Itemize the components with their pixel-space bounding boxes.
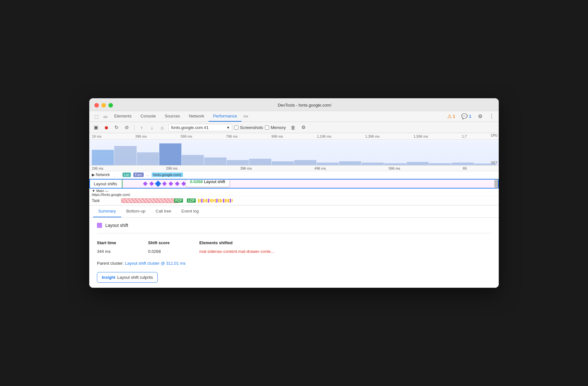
ruler2: 196 ms 296 ms 396 ms 496 ms 596 ms 69: [89, 165, 499, 171]
traffic-lights: [94, 103, 113, 108]
maximize-button[interactable]: [108, 103, 113, 108]
warning-badge[interactable]: ⚠ 1: [445, 112, 457, 121]
diamond-selected[interactable]: [156, 181, 160, 186]
inspector-icon[interactable]: ⬚: [92, 112, 101, 121]
sidebar-toggle-icon[interactable]: ▣: [92, 123, 100, 132]
memory-checkbox[interactable]: [265, 125, 269, 130]
tab-sources[interactable]: Sources: [160, 111, 185, 122]
tab-event-log[interactable]: Event log: [176, 205, 204, 217]
ruler2-marks: 196 ms 296 ms 396 ms 496 ms 596 ms 69: [92, 166, 467, 170]
diamond-6[interactable]: [181, 181, 186, 186]
tab-call-tree[interactable]: Call tree: [151, 205, 176, 217]
more-tabs-button[interactable]: >>: [242, 113, 250, 120]
diamond-3[interactable]: [162, 181, 167, 186]
yb14: [226, 199, 227, 202]
tab-network[interactable]: Network: [185, 111, 209, 122]
memory-icon[interactable]: 🗑: [289, 123, 297, 132]
main-track: FCP LCP: [121, 198, 499, 204]
mark2-496ms: 496 ms: [314, 166, 326, 170]
parent-cluster-row: Parent cluster: Layout shift cluster @ 3…: [97, 261, 491, 266]
url-selector[interactable]: fonts.google.com #1 ▾: [168, 124, 232, 131]
yb9: [215, 199, 216, 203]
mark-19ms: 19 ms: [92, 134, 101, 138]
clear-icon[interactable]: ⊘: [123, 123, 131, 132]
main-label-text: ▼ Main — https://fonts.google.com/: [92, 189, 130, 197]
close-button[interactable]: [94, 103, 99, 108]
mark2-596ms: 596 ms: [389, 166, 400, 170]
yb3: [203, 199, 204, 203]
minimize-button[interactable]: [101, 103, 106, 108]
layout-shifts-label: Layout shifts: [90, 181, 122, 186]
cpu-graph-bars: [92, 140, 496, 165]
mark-596ms: 596 ms: [181, 134, 192, 138]
diamond-5[interactable]: [175, 181, 179, 186]
purple-bar4: [223, 199, 224, 203]
event-type-label: Layout shift: [105, 223, 128, 228]
timeline-overview: 19 ms 396 ms 596 ms 796 ms 996 ms 1,196 …: [89, 133, 499, 165]
header-shift-score: Shift score: [148, 238, 199, 247]
diamond-4[interactable]: [169, 181, 173, 186]
diamond-1[interactable]: [143, 181, 147, 186]
mark2-296ms: 296 ms: [166, 166, 178, 170]
elements-shifted-link[interactable]: mat-sidenav-content.mat-drawer-conte...: [199, 249, 274, 254]
fam-badge: Fam: [133, 173, 144, 177]
diamond-2[interactable]: [149, 181, 154, 186]
tab-elements[interactable]: Elements: [110, 111, 136, 122]
tab-performance[interactable]: Performance: [209, 111, 241, 122]
lar-badge: Lar: [123, 173, 131, 177]
mark2-396ms: 396 ms: [240, 166, 252, 170]
yb7: [211, 199, 212, 203]
yb13: [225, 199, 226, 203]
insight-button[interactable]: Insight Layout shift culprits: [97, 272, 158, 283]
record-icon[interactable]: ⏺: [102, 123, 110, 132]
memory-label: Memory: [271, 125, 286, 130]
task-section: Task FCP LCP: [89, 196, 499, 205]
screenshots-checkbox[interactable]: [234, 125, 238, 130]
main-section-label: ▼ Main — https://fonts.google.com/: [89, 189, 121, 197]
network-row: ▶ Network Lar Fam ... fonts.google.com): [89, 171, 499, 178]
parent-cluster-link[interactable]: Layout shift cluster @ 311.01 ms: [125, 261, 186, 266]
memory-checkbox-label[interactable]: Memory: [265, 125, 286, 130]
layout-shifts-track[interactable]: 0.0268 Layout shift: [122, 180, 494, 188]
start-time-value: 344 ms: [97, 247, 148, 256]
tooltip-value: 0.0268: [190, 180, 203, 184]
yb16: [232, 199, 233, 202]
tab-summary[interactable]: Summary: [93, 205, 121, 217]
yb10: [218, 199, 219, 202]
device-icon[interactable]: ▭: [101, 112, 110, 121]
tab-bottom-up[interactable]: Bottom-up: [121, 205, 151, 217]
insight-label: Insight: [102, 275, 115, 280]
secondary-toolbar: ▣ ⏺ ↻ ⊘ ↑ ↓ ⌂ fonts.google.com #1 ▾ Scre…: [89, 122, 499, 133]
parent-cluster-label: Parent cluster:: [97, 261, 124, 266]
screenshots-label: Screenshots: [240, 125, 263, 130]
ruler-marks: 19 ms 396 ms 596 ms 796 ms 996 ms 1,196 …: [92, 134, 467, 138]
reload-icon[interactable]: ↻: [112, 123, 121, 132]
mark-996ms: 996 ms: [272, 134, 283, 138]
purple-bar3: [216, 199, 218, 203]
yb15: [228, 199, 229, 203]
upload-icon[interactable]: ↑: [138, 123, 146, 132]
yb8: [213, 199, 214, 202]
performance-settings-icon[interactable]: ⚙: [299, 123, 307, 132]
tab-console[interactable]: Console: [136, 111, 160, 122]
mark-1196ms: 1,196 ms: [317, 134, 331, 138]
screenshots-checkbox-label[interactable]: Screenshots: [234, 125, 263, 130]
info-badge[interactable]: 💬 1: [459, 112, 473, 121]
download-icon[interactable]: ↓: [148, 123, 156, 132]
layout-shifts-row[interactable]: Layout shifts: [89, 179, 499, 189]
layout-shifts-scrollbar[interactable]: [494, 179, 498, 188]
timeline-graph[interactable]: NET: [89, 140, 499, 165]
main-section: ▼ Main — https://fonts.google.com/: [89, 189, 499, 196]
cpu-label: CPU: [491, 134, 497, 137]
shift-score-value: 0.0268: [148, 247, 199, 256]
settings-icon[interactable]: ⚙: [476, 112, 485, 121]
menu-icon[interactable]: ⋮: [487, 112, 496, 121]
activity-bars: [198, 198, 499, 203]
chevron-down-icon: ▾: [227, 125, 229, 130]
yb2: [200, 199, 201, 202]
yb12: [221, 199, 222, 202]
summary-header: Layout shift: [97, 223, 491, 233]
title-bar: DevTools - fonts.google.com/: [89, 98, 499, 111]
home-icon[interactable]: ⌂: [158, 123, 166, 132]
nav-tabs-bar: ⬚ ▭ Elements Console Sources Network Per…: [89, 111, 499, 122]
